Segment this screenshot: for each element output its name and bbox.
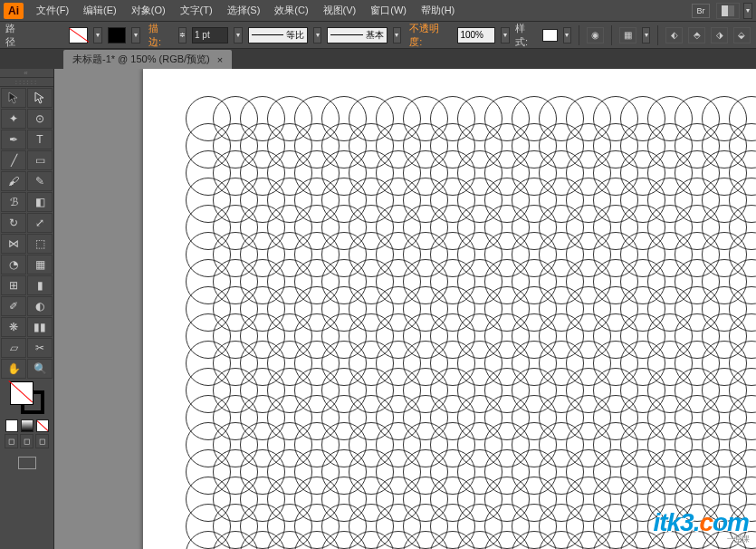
color-mode-button[interactable] <box>5 419 18 432</box>
fill-indicator[interactable] <box>10 381 33 405</box>
brush-def-label: 基本 <box>366 29 384 42</box>
brush-def-dropdown[interactable]: ▾ <box>393 27 402 43</box>
workspace: « :::::: ✦ ⊙ ✒ T ╱ ▭ 🖌 ✎ ℬ ◧ ↻ ⤢ ⋈ ⬚ ◔ ▦… <box>0 69 756 549</box>
app-logo: Ai <box>4 3 24 19</box>
gradient-mode-button[interactable] <box>21 419 33 432</box>
graphic-style-swatch[interactable] <box>542 29 558 42</box>
slice-tool[interactable]: ✂ <box>27 338 53 358</box>
brush-tool[interactable]: 🖌 <box>1 171 26 191</box>
width-profile-selector[interactable]: 等比 <box>248 27 308 43</box>
toolbox-handle[interactable]: « <box>0 69 53 78</box>
align-panel-icon[interactable]: ▦ <box>619 27 636 43</box>
none-mode-button[interactable] <box>36 419 49 432</box>
pencil-tool[interactable]: ✎ <box>27 171 53 191</box>
canvas-area[interactable]: itk3.com 一堂课 <box>54 69 756 549</box>
fill-stroke-indicator[interactable] <box>5 381 49 416</box>
document-tab-bar: 未标题-1* @ 150% (RGB/预览) × <box>0 49 756 69</box>
mesh-tool[interactable]: ⊞ <box>1 275 26 295</box>
stroke-weight-dropdown[interactable]: ▾ <box>234 27 243 43</box>
zoom-tool[interactable]: 🔍 <box>27 359 53 379</box>
opacity-dropdown[interactable]: ▾ <box>501 27 510 43</box>
opacity-input[interactable] <box>457 27 495 43</box>
stroke-weight-stepper[interactable]: ≑ <box>178 27 187 43</box>
menu-text[interactable]: 文字(T) <box>173 1 220 20</box>
graphic-style-dropdown[interactable]: ▾ <box>563 27 572 43</box>
eyedropper-tool[interactable]: ✐ <box>1 296 26 316</box>
watermark: itk3.com 一堂课 <box>653 508 749 545</box>
line-tool[interactable]: ╱ <box>1 150 26 170</box>
graph-tool[interactable]: ▮▮ <box>27 317 53 337</box>
document-tab-title: 未标题-1* @ 150% (RGB/预览) <box>72 53 210 66</box>
brush-def-selector[interactable]: 基本 <box>327 27 387 43</box>
screen-mode-button[interactable] <box>1 453 53 473</box>
align-dropdown[interactable]: ▾ <box>642 27 651 43</box>
width-tool[interactable]: ⋈ <box>1 234 26 254</box>
stroke-label[interactable]: 描边: <box>146 22 173 49</box>
menu-file[interactable]: 文件(F) <box>29 1 76 20</box>
lasso-tool[interactable]: ⊙ <box>27 109 53 129</box>
selection-type-label: 路径 <box>5 22 24 49</box>
draw-behind-button[interactable]: ◻ <box>20 434 33 448</box>
type-tool[interactable]: T <box>27 130 53 149</box>
align-left-icon[interactable]: ⬖ <box>665 27 683 43</box>
magic-wand-tool[interactable]: ✦ <box>1 109 26 129</box>
stroke-swatch[interactable] <box>108 27 127 43</box>
stroke-weight-input[interactable] <box>192 27 228 43</box>
draw-inside-button[interactable]: ◻ <box>35 434 49 448</box>
width-profile-label: 等比 <box>286 29 304 42</box>
arrange-docs-button[interactable] <box>716 3 740 19</box>
menu-help[interactable]: 帮助(H) <box>414 1 462 20</box>
menu-select[interactable]: 选择(S) <box>220 1 268 20</box>
artboard-tool[interactable]: ▱ <box>1 338 26 358</box>
toolbox-grip[interactable]: :::::: <box>0 78 53 87</box>
document-tab[interactable]: 未标题-1* @ 150% (RGB/预览) × <box>63 50 232 69</box>
recolor-icon[interactable]: ◉ <box>587 27 604 43</box>
fill-dropdown[interactable]: ▾ <box>93 27 102 43</box>
rectangle-tool[interactable]: ▭ <box>27 150 53 170</box>
align-right-icon[interactable]: ⬗ <box>711 27 728 43</box>
menu-edit[interactable]: 编辑(E) <box>76 1 124 20</box>
direct-selection-tool[interactable] <box>27 88 53 108</box>
shape-builder-tool[interactable]: ◔ <box>1 255 26 274</box>
eraser-tool[interactable]: ◧ <box>27 192 53 212</box>
tab-close-button[interactable]: × <box>217 54 223 65</box>
blend-tool[interactable]: ◐ <box>27 296 53 316</box>
opacity-label[interactable]: 不透明度: <box>407 22 452 49</box>
align-hcenter-icon[interactable]: ⬘ <box>688 27 705 43</box>
draw-normal-button[interactable]: ◻ <box>5 434 18 448</box>
menu-view[interactable]: 视图(V) <box>316 1 364 20</box>
scale-tool[interactable]: ⤢ <box>27 213 53 233</box>
menu-object[interactable]: 对象(O) <box>124 1 173 20</box>
stroke-dropdown[interactable]: ▾ <box>131 27 140 43</box>
menu-effect[interactable]: 效果(C) <box>267 1 315 20</box>
bridge-button[interactable]: Br <box>692 4 710 18</box>
menu-window[interactable]: 窗口(W) <box>363 1 414 20</box>
toolbox-panel: « :::::: ✦ ⊙ ✒ T ╱ ▭ 🖌 ✎ ℬ ◧ ↻ ⤢ ⋈ ⬚ ◔ ▦… <box>0 69 54 549</box>
blob-brush-tool[interactable]: ℬ <box>1 192 26 212</box>
rotate-tool[interactable]: ↻ <box>1 213 26 233</box>
symbol-sprayer-tool[interactable]: ❋ <box>1 317 26 337</box>
perspective-tool[interactable]: ▦ <box>27 255 53 274</box>
gradient-tool[interactable]: ▮ <box>27 275 53 295</box>
artwork-circles <box>186 96 756 549</box>
menu-bar: Ai 文件(F) 编辑(E) 对象(O) 文字(T) 选择(S) 效果(C) 视… <box>0 0 756 22</box>
free-transform-tool[interactable]: ⬚ <box>27 234 53 254</box>
arrange-docs-dropdown[interactable]: ▾ <box>743 3 752 19</box>
pen-tool[interactable]: ✒ <box>1 130 26 149</box>
style-label: 样式: <box>515 22 537 49</box>
align-top-icon[interactable]: ⬙ <box>733 27 751 43</box>
fill-swatch[interactable] <box>69 27 88 43</box>
hand-tool[interactable]: ✋ <box>1 359 26 379</box>
selection-tool[interactable] <box>1 88 26 108</box>
width-profile-dropdown[interactable]: ▾ <box>313 27 322 43</box>
control-bar: 路径 ▾ ▾ 描边: ≑ ▾ 等比 ▾ 基本 ▾ 不透明度: ▾ 样式: ▾ ◉… <box>0 22 756 49</box>
